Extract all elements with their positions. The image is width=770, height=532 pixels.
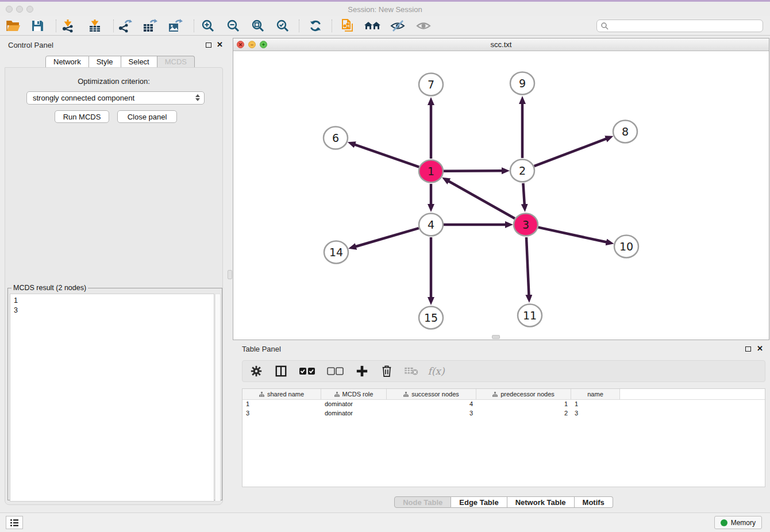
show-columns-icon[interactable] — [273, 364, 289, 379]
panel-splitter-handle[interactable] — [228, 270, 232, 279]
toolbar-separator — [113, 20, 114, 32]
table-cell[interactable]: 1 — [242, 400, 321, 409]
graph-node-label: 9 — [519, 77, 526, 90]
select-stepper-icon — [195, 94, 200, 101]
mcds-result-box: MCDS result (2 nodes) 1 3 — [7, 284, 222, 500]
mcds-result-list[interactable]: 1 3 — [10, 294, 214, 502]
zoom-fit-icon[interactable] — [249, 18, 267, 33]
graph-node-label: 8 — [622, 125, 629, 138]
graph-edge[interactable] — [526, 237, 529, 295]
deselect-all-rows-icon[interactable] — [326, 364, 345, 379]
first-neighbors-icon[interactable] — [364, 18, 381, 33]
select-all-rows-icon[interactable] — [298, 364, 317, 379]
mcds-panel: Optimization criterion: strongly connect… — [5, 67, 223, 505]
graph-node-label: 6 — [332, 132, 339, 144]
graph-edge[interactable] — [534, 138, 607, 166]
toolbar-separator — [299, 20, 299, 32]
graph-edge[interactable] — [448, 181, 514, 218]
table-cell[interactable]: 1 — [476, 400, 571, 409]
memory-label: Memory — [731, 519, 756, 527]
toolbar-separator — [194, 20, 194, 32]
table-cell[interactable]: 3 — [387, 409, 476, 418]
table-cell[interactable]: 3 — [242, 409, 321, 418]
table-cell[interactable]: 2 — [476, 409, 571, 418]
main-toolbar — [0, 16, 770, 36]
close-panel-button[interactable]: Close panel — [117, 110, 177, 123]
table-panel: Table Panel ✕ f(x) shared nameMCDS roles… — [237, 342, 770, 510]
import-network-icon[interactable] — [59, 18, 76, 33]
table-cell[interactable]: 1 — [571, 400, 620, 409]
control-panel-tabs: Network Style Select MCDS — [45, 56, 195, 68]
tab-mcds[interactable]: MCDS — [157, 56, 195, 68]
tab-select[interactable]: Select — [121, 56, 157, 68]
duplicate-network-icon[interactable] — [338, 18, 356, 33]
criterion-value: strongly connected component — [33, 94, 134, 102]
node-table: shared nameMCDS rolesuccessor nodesprede… — [242, 388, 765, 487]
refresh-layout-icon[interactable] — [307, 18, 324, 33]
close-panel-icon[interactable]: ✕ — [217, 40, 223, 49]
column-header-name[interactable]: name — [571, 389, 620, 399]
search-input[interactable] — [611, 21, 763, 31]
export-network-icon[interactable] — [117, 18, 134, 33]
graph-edge[interactable] — [356, 228, 419, 246]
export-table-icon[interactable] — [141, 18, 159, 33]
task-list-icon — [10, 519, 19, 527]
zoom-selected-icon[interactable] — [274, 18, 291, 33]
tab-network[interactable]: Network — [45, 56, 89, 68]
delete-column-icon[interactable] — [379, 364, 395, 379]
graph-node-label: 11 — [523, 309, 537, 322]
table-tabs: Node Table Edge Table Network Table Moti… — [237, 496, 770, 508]
table-row[interactable]: 1dominator411 — [242, 400, 765, 409]
graph-edge[interactable] — [355, 145, 419, 167]
run-mcds-button[interactable]: Run MCDS — [55, 110, 109, 123]
task-history-button[interactable] — [6, 516, 23, 529]
graph-node-label: 1 — [428, 165, 434, 178]
criterion-select[interactable]: strongly connected component — [26, 91, 205, 105]
column-header-successor-nodes[interactable]: successor nodes — [387, 389, 476, 399]
mcds-result-title: MCDS result (2 nodes) — [11, 284, 88, 292]
table-cell[interactable]: 3 — [571, 409, 620, 418]
graph-edge[interactable] — [444, 171, 502, 171]
hierarchy-icon — [334, 392, 340, 397]
column-header-predecessor-nodes[interactable]: predecessor nodes — [476, 389, 571, 399]
column-header-MCDS-role[interactable]: MCDS role — [321, 389, 387, 399]
save-session-icon[interactable] — [29, 18, 46, 33]
network-canvas[interactable]: 7968124314101511 — [233, 51, 769, 340]
float-panel-icon[interactable] — [206, 43, 211, 48]
tab-motifs[interactable]: Motifs — [575, 496, 613, 508]
graph-edge[interactable] — [523, 183, 524, 205]
control-panel-title: Control Panel — [8, 41, 53, 49]
create-column-icon[interactable] — [354, 364, 370, 379]
table-cell[interactable]: 4 — [387, 400, 476, 409]
import-table-icon[interactable] — [86, 18, 103, 33]
float-table-panel-icon[interactable] — [745, 346, 751, 352]
tab-network-table[interactable]: Network Table — [507, 496, 575, 508]
export-image-icon[interactable] — [167, 18, 184, 33]
table-cell[interactable]: dominator — [321, 409, 387, 418]
toolbar-separator — [332, 20, 332, 32]
network-window-title: scc.txt — [233, 40, 769, 49]
hide-selected-icon[interactable] — [389, 18, 406, 33]
table-header-row: shared nameMCDS rolesuccessor nodesprede… — [242, 389, 765, 400]
graph-node-label: 3 — [522, 218, 529, 231]
tab-node-table[interactable]: Node Table — [394, 496, 451, 508]
graph-edge[interactable] — [538, 228, 606, 242]
search-box[interactable] — [596, 20, 763, 32]
edge-layer — [355, 103, 607, 298]
window-resize-grip[interactable] — [492, 335, 500, 339]
network-window-titlebar[interactable]: ✕ − + scc.txt — [233, 38, 769, 51]
tab-style[interactable]: Style — [89, 56, 121, 68]
zoom-out-icon[interactable] — [225, 18, 242, 33]
toolbar-separator — [56, 20, 56, 32]
column-header-shared-name[interactable]: shared name — [242, 389, 321, 399]
table-settings-icon[interactable] — [248, 364, 264, 379]
show-all-icon[interactable] — [415, 18, 432, 33]
tab-edge-table[interactable]: Edge Table — [451, 496, 507, 508]
open-session-icon[interactable] — [5, 18, 22, 33]
zoom-in-icon[interactable] — [199, 18, 217, 33]
table-cell[interactable]: dominator — [321, 400, 387, 409]
memory-button[interactable]: Memory — [714, 516, 762, 529]
table-row[interactable]: 3dominator323 — [242, 409, 765, 418]
close-table-panel-icon[interactable]: ✕ — [757, 344, 763, 353]
result-scrollbar[interactable] — [215, 294, 221, 502]
